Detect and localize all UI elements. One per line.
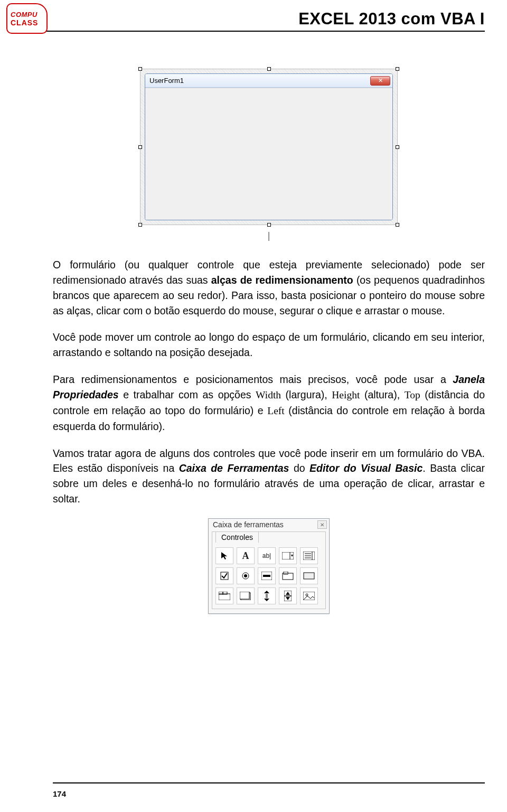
resize-handle[interactable] xyxy=(396,145,399,149)
term-top: Top xyxy=(405,389,420,400)
header-divider xyxy=(42,31,485,32)
figure-userform: UserForm1 ✕ xyxy=(53,69,485,225)
userform-body[interactable] xyxy=(145,88,392,220)
userform-window[interactable]: UserForm1 ✕ xyxy=(145,73,393,220)
text: e trabalhar com as opções xyxy=(119,389,256,400)
resize-handle[interactable] xyxy=(138,223,142,227)
paragraph-2: Você pode mover um controle ao longo do … xyxy=(53,330,485,360)
text: (largura), xyxy=(281,389,332,400)
toolbox-title-text: Caixa de ferramentas xyxy=(213,520,317,529)
resize-handle[interactable] xyxy=(267,223,271,227)
userform-titlebar[interactable]: UserForm1 ✕ xyxy=(145,74,392,88)
resize-handle[interactable] xyxy=(396,223,399,227)
commandbutton-icon[interactable] xyxy=(300,567,318,584)
svg-marker-27 xyxy=(286,592,290,595)
svg-rect-24 xyxy=(266,594,268,598)
resize-handle[interactable] xyxy=(138,67,142,71)
textbox-icon[interactable]: ab| xyxy=(258,547,276,564)
svg-point-31 xyxy=(306,594,308,596)
paragraph-3: Para redimensionamentos e posicionamento… xyxy=(53,372,485,434)
designer-surface: UserForm1 ✕ xyxy=(140,69,398,225)
listbox-icon[interactable] xyxy=(300,547,318,564)
toolbox-titlebar[interactable]: Caixa de ferramentas ✕ xyxy=(209,519,329,530)
svg-text:xyz: xyz xyxy=(284,572,287,574)
text: Para redimensionamentos e posicionamento… xyxy=(53,374,453,385)
frame-icon[interactable]: xyz xyxy=(279,567,297,584)
footer-divider xyxy=(53,782,485,783)
svg-marker-29 xyxy=(286,597,290,600)
figure-toolbox: Caixa de ferramentas ✕ Controles A ab| x… xyxy=(53,518,485,614)
scrollbar-icon[interactable] xyxy=(258,587,276,604)
close-icon[interactable]: ✕ xyxy=(317,520,327,529)
svg-marker-0 xyxy=(221,552,227,559)
resize-handle[interactable] xyxy=(396,67,399,71)
svg-point-11 xyxy=(244,574,247,577)
logo-line-1: COMPU xyxy=(11,11,37,18)
svg-rect-22 xyxy=(240,592,249,599)
toolbox-body: Controles A ab| xyz xyxy=(212,531,326,609)
term-vbe: Editor do Visual Basic xyxy=(309,462,422,474)
userform-title-text: UserForm1 xyxy=(149,77,370,85)
text: (altura), xyxy=(360,389,404,400)
term-width: Width xyxy=(256,389,281,400)
svg-rect-30 xyxy=(303,592,315,600)
svg-marker-3 xyxy=(291,555,293,557)
svg-rect-18 xyxy=(219,594,230,600)
text: do xyxy=(289,462,309,474)
multipage-icon[interactable] xyxy=(237,587,255,604)
body-text: O formulário (ou qualquer controle que e… xyxy=(53,257,485,507)
svg-rect-17 xyxy=(304,573,314,579)
svg-marker-23 xyxy=(264,591,269,593)
header-row: EXCEL 2013 com VBA I xyxy=(53,10,485,29)
resize-handle[interactable] xyxy=(267,67,271,71)
tabstrip-icon[interactable] xyxy=(215,587,233,604)
svg-marker-25 xyxy=(264,599,269,601)
page-title: EXCEL 2013 com VBA I xyxy=(53,10,485,29)
toolbox-window[interactable]: Caixa de ferramentas ✕ Controles A ab| x… xyxy=(208,518,330,614)
document-page: COMPU CLASS EXCEL 2013 com VBA I UserFor… xyxy=(0,0,507,812)
page-number: 174 xyxy=(53,789,66,798)
logo-line-2: CLASS xyxy=(11,18,38,27)
logo-compuclass: COMPU CLASS xyxy=(6,3,48,34)
optionbutton-icon[interactable] xyxy=(237,567,255,584)
spinbutton-icon[interactable] xyxy=(279,587,297,604)
term-left: Left xyxy=(267,405,284,416)
term-handles: alças de redimensionamento xyxy=(211,274,353,286)
term-toolbox: Caixa de Ferramentas xyxy=(179,462,289,474)
svg-rect-13 xyxy=(263,575,270,577)
image-icon[interactable] xyxy=(300,587,318,604)
toolbox-grid: A ab| xyz xyxy=(215,547,322,604)
combobox-icon[interactable] xyxy=(279,547,297,564)
paragraph-4: Vamos tratar agora de alguns dos control… xyxy=(53,446,485,507)
togglebutton-icon[interactable] xyxy=(258,567,276,584)
resize-handle[interactable] xyxy=(138,145,142,149)
checkbox-icon[interactable] xyxy=(215,567,233,584)
pointer-icon[interactable] xyxy=(215,547,233,564)
term-height: Height xyxy=(332,389,360,400)
close-icon[interactable]: ✕ xyxy=(370,76,390,86)
toolbox-tab-controles[interactable]: Controles xyxy=(215,531,259,543)
label-icon[interactable]: A xyxy=(237,547,255,564)
paragraph-1: O formulário (ou qualquer controle que e… xyxy=(53,257,485,318)
text-cursor-icon: | xyxy=(53,230,485,241)
